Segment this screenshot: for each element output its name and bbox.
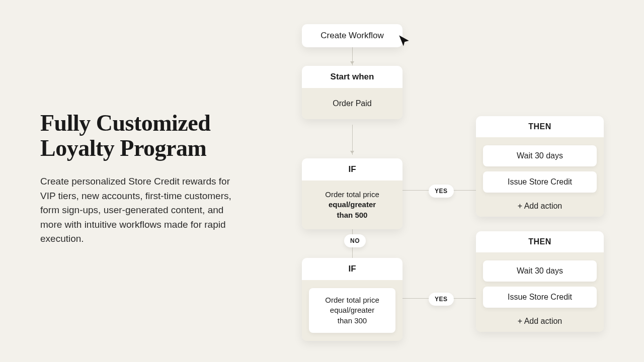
then1-add-action[interactable]: + Add action (483, 198, 597, 212)
start-when-card[interactable]: Start when Order Paid (302, 66, 403, 119)
then2-add-action[interactable]: + Add action (483, 313, 597, 327)
create-workflow-label: Create Workflow (320, 31, 383, 40)
no-label: NO (344, 234, 366, 247)
then1-action-issue-credit[interactable]: Issue Store Credit (483, 171, 597, 193)
connector (352, 125, 353, 155)
then1-action-wait[interactable]: Wait 30 days (483, 145, 597, 166)
hero-title: Fully Customized Loyalty Program (40, 111, 231, 160)
start-when-trigger: Order Paid (302, 88, 403, 119)
if-card-1[interactable]: IF Order total price equal/greater than … (302, 158, 403, 229)
if2-condition: Order total price equal/greater than 300 (309, 288, 395, 333)
start-when-head: Start when (302, 66, 403, 88)
workflow-canvas: Create Workflow Start when Order Paid IF… (302, 24, 614, 346)
if2-condition-wrap: Order total price equal/greater than 300 (302, 280, 403, 341)
then-card-1[interactable]: THEN Wait 30 days Issue Store Credit + A… (476, 116, 604, 217)
if-card-2[interactable]: IF Order total price equal/greater than … (302, 258, 403, 341)
if-head: IF (302, 158, 403, 180)
then2-action-wait[interactable]: Wait 30 days (483, 260, 597, 282)
then-head-2: THEN (476, 231, 604, 252)
if-head-2: IF (302, 258, 403, 280)
then2-action-issue-credit[interactable]: Issue Store Credit (483, 287, 597, 308)
if1-condition: Order total price equal/greater than 500 (302, 180, 403, 229)
create-workflow-button[interactable]: Create Workflow (302, 24, 403, 47)
yes-label-2: YES (429, 293, 454, 306)
hero-body: Create personalized Store Credit rewards… (40, 174, 231, 246)
yes-label-1: YES (429, 185, 454, 198)
then-card-2[interactable]: THEN Wait 30 days Issue Store Credit + A… (476, 231, 604, 332)
arrow-down-icon (350, 61, 354, 64)
then-head-1: THEN (476, 116, 604, 137)
arrow-down-icon (350, 151, 354, 154)
